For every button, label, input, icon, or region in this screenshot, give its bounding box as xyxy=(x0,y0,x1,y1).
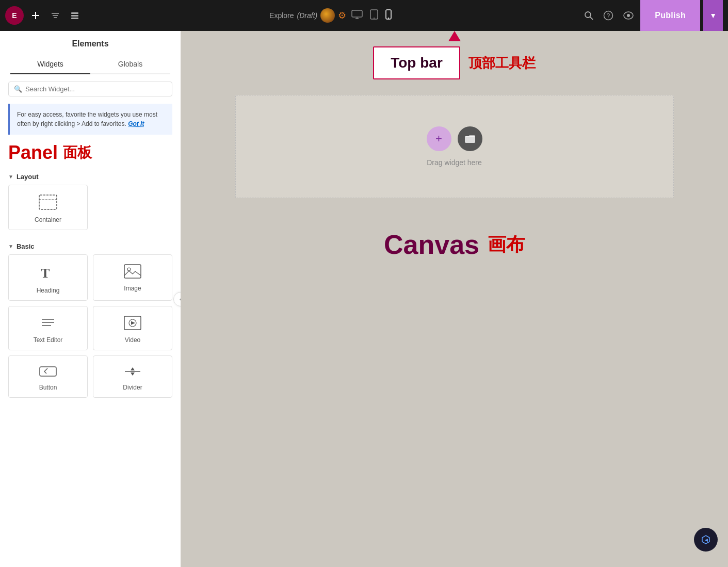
help-bot-button[interactable]: ◄ xyxy=(694,528,718,552)
site-name: Explore xyxy=(269,11,294,20)
image-icon xyxy=(124,264,141,281)
top-bar-right: ? Publish ▼ xyxy=(580,0,723,31)
button-icon xyxy=(39,365,57,380)
panel-tabs: Widgets Globals xyxy=(10,55,170,74)
site-icon xyxy=(320,8,335,23)
panel-label-row: Panel 面板 xyxy=(0,141,181,167)
tablet-view-button[interactable] xyxy=(368,7,380,24)
settings-gear-icon[interactable]: ⚙ xyxy=(338,10,346,21)
search-button[interactable] xyxy=(580,7,597,24)
tab-globals[interactable]: Globals xyxy=(90,55,170,74)
canvas-folder-button[interactable] xyxy=(458,126,482,151)
svg-line-16 xyxy=(590,17,593,20)
canvas-content: + Drag widget here xyxy=(235,95,674,198)
panel-label-cn: 面板 xyxy=(63,143,92,163)
topbar-annotation-cn: 顶部工具栏 xyxy=(468,54,536,72)
layout-section-header[interactable]: ▼ Layout xyxy=(0,167,181,185)
help-button[interactable]: ? xyxy=(600,7,617,24)
widgets-area: ▼ Layout Container ▼ Basic T xyxy=(0,167,181,567)
svg-rect-5 xyxy=(71,12,78,14)
layout-arrow-icon: ▼ xyxy=(8,174,13,180)
favorites-info-box: For easy access, favorite the widgets yo… xyxy=(8,104,172,135)
canvas-label-cn: 画布 xyxy=(488,232,525,257)
canvas-add-button[interactable]: + xyxy=(427,126,451,151)
got-it-link[interactable]: Got It xyxy=(128,120,144,127)
svg-point-20 xyxy=(627,14,630,17)
widget-video[interactable]: Video xyxy=(93,306,172,350)
svg-marker-35 xyxy=(131,367,135,370)
filters-button[interactable] xyxy=(47,8,63,23)
svg-point-14 xyxy=(388,18,389,19)
divider-icon xyxy=(124,365,141,380)
layers-button[interactable] xyxy=(67,8,83,23)
divider-label: Divider xyxy=(123,384,142,391)
top-bar-left: E xyxy=(5,6,83,25)
image-label: Image xyxy=(124,285,141,292)
device-buttons xyxy=(349,7,394,24)
preview-button[interactable] xyxy=(620,8,637,23)
svg-point-25 xyxy=(127,268,131,271)
widget-heading[interactable]: T Heading xyxy=(8,254,88,301)
svg-text:?: ? xyxy=(607,12,610,20)
svg-rect-6 xyxy=(71,15,78,17)
topbar-arrow xyxy=(448,31,461,41)
drag-label: Drag widget here xyxy=(427,158,482,167)
panel-header: Elements Widgets Globals xyxy=(0,31,181,74)
button-label: Button xyxy=(39,384,57,391)
svg-point-15 xyxy=(585,12,591,18)
panel-label-en: Panel xyxy=(8,143,58,162)
canvas-annotation: Canvas 画布 xyxy=(384,229,525,260)
widget-text-editor[interactable]: Text Editor xyxy=(8,306,88,350)
search-input-wrap: 🔍 xyxy=(8,82,172,96)
publish-button[interactable]: Publish xyxy=(640,0,700,31)
video-label: Video xyxy=(125,336,140,344)
basic-widgets-grid: T Heading Image Text Editor xyxy=(0,254,181,404)
text-editor-icon xyxy=(40,316,56,332)
tab-widgets[interactable]: Widgets xyxy=(10,55,90,74)
svg-rect-21 xyxy=(39,195,57,209)
basic-section-label: Basic xyxy=(17,242,35,250)
heading-icon: T xyxy=(40,264,56,283)
publish-dropdown-button[interactable]: ▼ xyxy=(703,0,723,31)
widget-image[interactable]: Image xyxy=(93,254,172,301)
svg-rect-8 xyxy=(352,10,362,17)
topbar-annotation: Top bar 顶部工具栏 xyxy=(373,46,536,79)
svg-marker-31 xyxy=(131,321,135,325)
svg-rect-7 xyxy=(71,18,78,19)
video-icon xyxy=(124,316,141,332)
layout-section-label: Layout xyxy=(17,173,39,181)
draft-badge: (Draft) xyxy=(297,11,318,20)
main-layout: Elements Widgets Globals 🔍 For easy acce… xyxy=(0,31,728,567)
basic-section-header[interactable]: ▼ Basic xyxy=(0,236,181,254)
add-widget-button[interactable] xyxy=(28,8,43,23)
svg-rect-24 xyxy=(124,265,141,278)
search-area: 🔍 xyxy=(0,74,181,104)
drag-buttons: + xyxy=(427,126,482,151)
canvas-label-en: Canvas xyxy=(384,229,479,260)
widget-divider[interactable]: Divider xyxy=(93,355,172,398)
left-panel: Elements Widgets Globals 🔍 For easy acce… xyxy=(0,31,181,567)
canvas-area: Top bar 顶部工具栏 + Drag widget here Canvas … xyxy=(181,31,728,567)
search-icon: 🔍 xyxy=(14,85,22,93)
svg-point-12 xyxy=(374,18,375,19)
svg-marker-36 xyxy=(131,372,135,376)
top-bar-center: Explore (Draft) ⚙ xyxy=(83,7,580,24)
search-input[interactable] xyxy=(25,85,167,93)
heading-label: Heading xyxy=(37,287,60,294)
drag-area: + Drag widget here xyxy=(427,126,482,167)
top-bar: E Explore (Draft) ⚙ xyxy=(0,0,728,31)
svg-text:T: T xyxy=(41,266,50,281)
elementor-logo[interactable]: E xyxy=(5,6,24,25)
panel-title: Elements xyxy=(10,39,170,48)
container-label: Container xyxy=(35,216,61,223)
basic-arrow-icon: ▼ xyxy=(8,244,13,249)
svg-text:◄: ◄ xyxy=(704,537,709,543)
layout-widgets-grid: Container xyxy=(0,185,181,236)
mobile-view-button[interactable] xyxy=(383,7,394,24)
widget-container[interactable]: Container xyxy=(8,185,88,230)
svg-line-33 xyxy=(44,371,46,374)
widget-button[interactable]: Button xyxy=(8,355,88,398)
text-editor-label: Text Editor xyxy=(34,336,63,344)
arrow-up-icon xyxy=(448,31,461,41)
desktop-view-button[interactable] xyxy=(349,8,365,23)
